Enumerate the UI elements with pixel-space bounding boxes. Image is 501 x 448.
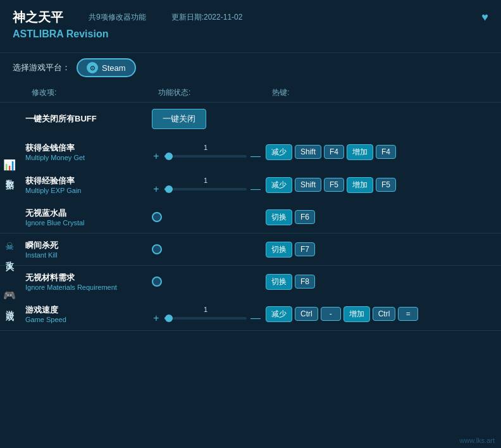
- slider-minus-game-speed[interactable]: —: [250, 313, 259, 324]
- slider-track-multiply-exp[interactable]: 1: [164, 188, 247, 190]
- slider-plus-multiply-money[interactable]: +: [152, 151, 161, 162]
- toggle-instant-kill[interactable]: [152, 244, 162, 254]
- steam-logo-icon: ⊙: [87, 62, 98, 73]
- row-control-ignore-materials: [152, 277, 266, 287]
- game-title-en: ASTLIBRA Revision: [13, 28, 488, 40]
- row-name-cn-close-all-buff: 一键关闭所有BUFF: [25, 113, 152, 125]
- slider-plus-multiply-exp[interactable]: +: [152, 184, 161, 195]
- column-headers: 修改项: 功能状态: 热键:: [0, 84, 501, 103]
- row-control-multiply-exp: +1—: [152, 175, 266, 195]
- hotkey-btn-ignore-materials-0[interactable]: 切换: [266, 274, 292, 290]
- slider-track-game-speed[interactable]: 1: [164, 317, 247, 320]
- hotkey-btn-game-speed-1[interactable]: Ctrl: [295, 307, 318, 321]
- hotkey-btn-multiply-money-3[interactable]: 增加: [347, 144, 373, 160]
- row-name-en-ignore-materials: Ignore Materials Requirement: [25, 283, 152, 291]
- row-control-close-all-buff: 一键关闭: [152, 109, 266, 129]
- section-game: 🎮游戏无视材料需求Ignore Materials Requirement切换F…: [0, 266, 501, 331]
- slider-minus-multiply-exp[interactable]: —: [250, 184, 259, 195]
- hotkey-btn-game-speed-2[interactable]: -: [321, 307, 341, 321]
- row-hotkey-ignore-blue-crystal: 切换F6: [266, 209, 495, 225]
- slider-thumb-multiply-exp[interactable]: [165, 185, 173, 193]
- col-header-name: 修改项:: [32, 87, 158, 98]
- platform-label: 选择游戏平台：: [13, 62, 70, 73]
- hotkey-btn-instant-kill-1[interactable]: F7: [295, 242, 315, 256]
- game-title-cn: 神之天平: [13, 9, 63, 26]
- row-name-multiply-exp: 获得经验倍率Multiply EXP Gain: [25, 175, 152, 194]
- slider-value-label-game-speed: 1: [204, 306, 207, 313]
- slider-thumb-multiply-money[interactable]: [165, 152, 173, 160]
- hotkey-btn-instant-kill-0[interactable]: 切换: [266, 242, 292, 258]
- hotkey-btn-multiply-exp-1[interactable]: Shift: [295, 178, 321, 192]
- toggle-ignore-blue-crystal[interactable]: [152, 212, 162, 222]
- slider-multiply-exp: +1—: [152, 184, 259, 195]
- row-control-instant-kill: [152, 244, 266, 254]
- row-hotkey-ignore-materials: 切换F8: [266, 274, 495, 290]
- row-name-en-multiply-money: Multiply Money Get: [25, 154, 152, 161]
- row-name-ignore-blue-crystal: 无视蓝水晶Ignore Blue Crystal: [25, 208, 152, 227]
- hotkey-btn-game-speed-4[interactable]: Ctrl: [373, 307, 396, 321]
- row-name-multiply-money: 获得金钱倍率Multiply Money Get: [25, 142, 152, 161]
- section-side-enemy: ☠敌人: [0, 233, 19, 265]
- slider-minus-multiply-money[interactable]: —: [250, 151, 259, 162]
- row-name-game-speed: 游戏速度Game Speed: [25, 304, 152, 323]
- row-name-cn-ignore-blue-crystal: 无视蓝水晶: [25, 208, 152, 219]
- row-ignore-materials: 无视材料需求Ignore Materials Requirement切换F8: [25, 266, 495, 297]
- row-name-cn-multiply-money: 获得金钱倍率: [25, 142, 152, 154]
- hotkey-btn-game-speed-3[interactable]: 增加: [343, 306, 370, 322]
- section-rows-enemy: 瞬间杀死Instant Kill切换F7: [19, 233, 501, 265]
- row-name-en-instant-kill: Instant Kill: [25, 251, 152, 259]
- hotkey-btn-multiply-exp-0[interactable]: 减少: [266, 177, 292, 193]
- hotkey-btn-multiply-money-4[interactable]: F4: [376, 145, 396, 159]
- section-icon-enemy: ☠: [5, 240, 14, 252]
- section-icon-game: 🎮: [3, 289, 16, 301]
- close-all-button[interactable]: 一键关闭: [152, 109, 206, 129]
- slider-multiply-money: +1—: [152, 151, 259, 162]
- platform-row: 选择游戏平台： ⊙ Steam: [0, 53, 501, 84]
- slider-track-multiply-money[interactable]: 1: [164, 155, 247, 158]
- heart-icon[interactable]: ♥: [481, 11, 488, 24]
- row-name-close-all-buff: 一键关闭所有BUFF: [25, 113, 152, 125]
- row-control-game-speed: +1—: [152, 304, 266, 324]
- row-hotkey-multiply-exp: 减少ShiftF5增加F5: [266, 177, 495, 193]
- hotkey-btn-ignore-materials-1[interactable]: F8: [295, 275, 315, 289]
- row-name-cn-instant-kill: 瞬间杀死: [25, 240, 152, 251]
- section-data: 📊数据一键关闭所有BUFF一键关闭获得金钱倍率Multiply Money Ge…: [0, 103, 501, 233]
- info-count: 共9项修改器功能: [89, 12, 146, 23]
- slider-game-speed: +1—: [152, 313, 259, 324]
- row-name-ignore-materials: 无视材料需求Ignore Materials Requirement: [25, 272, 152, 291]
- section-side-data: 📊数据: [0, 103, 19, 233]
- hotkey-btn-ignore-blue-crystal-1[interactable]: F6: [295, 210, 315, 224]
- slider-thumb-game-speed[interactable]: [165, 314, 173, 322]
- col-header-hotkey: 热键:: [272, 87, 488, 98]
- row-name-en-ignore-blue-crystal: Ignore Blue Crystal: [25, 219, 152, 227]
- row-name-cn-game-speed: 游戏速度: [25, 304, 152, 316]
- hotkey-btn-multiply-money-2[interactable]: F4: [324, 145, 344, 159]
- row-name-en-game-speed: Game Speed: [25, 316, 152, 323]
- section-label-game: 游戏: [4, 304, 15, 308]
- row-name-en-multiply-exp: Multiply EXP Gain: [25, 187, 152, 194]
- section-label-enemy: 敌人: [4, 255, 15, 259]
- steam-button[interactable]: ⊙ Steam: [77, 58, 136, 77]
- hotkey-btn-game-speed-0[interactable]: 减少: [266, 306, 292, 322]
- toggle-ignore-materials[interactable]: [152, 277, 162, 287]
- hotkey-btn-multiply-exp-2[interactable]: F5: [324, 178, 344, 192]
- row-multiply-exp: 获得经验倍率Multiply EXP Gain+1—减少ShiftF5增加F5: [25, 168, 495, 201]
- col-header-status: 功能状态:: [158, 87, 272, 98]
- row-close-all-buff: 一键关闭所有BUFF一键关闭: [25, 103, 495, 135]
- hotkey-btn-game-speed-5[interactable]: =: [398, 307, 418, 321]
- row-name-instant-kill: 瞬间杀死Instant Kill: [25, 240, 152, 259]
- section-rows-game: 无视材料需求Ignore Materials Requirement切换F8游戏…: [19, 266, 501, 330]
- slider-plus-game-speed[interactable]: +: [152, 313, 161, 324]
- hotkey-btn-ignore-blue-crystal-0[interactable]: 切换: [266, 209, 292, 225]
- hotkey-btn-multiply-exp-4[interactable]: F5: [376, 178, 396, 192]
- hotkey-btn-multiply-exp-3[interactable]: 增加: [347, 177, 373, 193]
- slider-value-label-multiply-exp: 1: [204, 177, 207, 184]
- info-date: 更新日期:2022-11-02: [171, 12, 243, 23]
- hotkey-btn-multiply-money-1[interactable]: Shift: [295, 145, 321, 159]
- row-control-multiply-money: +1—: [152, 142, 266, 162]
- section-enemy: ☠敌人瞬间杀死Instant Kill切换F7: [0, 233, 501, 266]
- row-hotkey-game-speed: 减少Ctrl-增加Ctrl=: [266, 306, 495, 322]
- header: 神之天平 共9项修改器功能 更新日期:2022-11-02 ♥ ASTLIBRA…: [0, 0, 501, 53]
- hotkey-btn-multiply-money-0[interactable]: 减少: [266, 144, 292, 160]
- row-name-cn-ignore-materials: 无视材料需求: [25, 272, 152, 283]
